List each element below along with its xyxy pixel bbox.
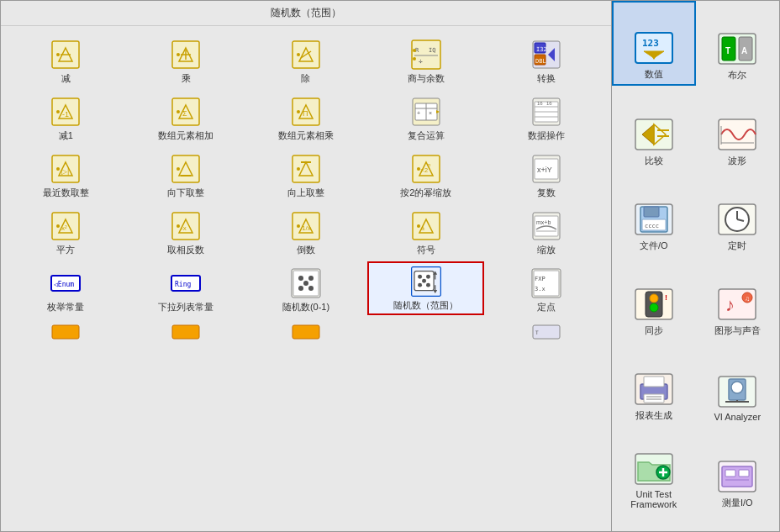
svg-rect-142 xyxy=(644,207,659,217)
svg-point-83 xyxy=(297,224,300,228)
data-manip-label: 数据操作 xyxy=(528,129,565,142)
svg-text:◁Enum: ◁Enum xyxy=(54,281,74,288)
grid-item-decrement[interactable]: -1 减1 xyxy=(8,90,124,144)
svg-rect-119 xyxy=(172,325,199,339)
category-graphics-sound[interactable]: ♪ ♫ 图形与声音 xyxy=(696,256,780,341)
grid-item-compound[interactable]: + × 复合运算 xyxy=(367,90,484,144)
svg-point-102 xyxy=(303,281,308,286)
grid-container: 减 乘 xyxy=(1,26,611,322)
random-range-icon xyxy=(410,266,442,298)
category-boolean[interactable]: T A 布尔 xyxy=(696,1,780,86)
svg-rect-161 xyxy=(644,394,664,403)
grid-item-sign[interactable]: ± 符号 xyxy=(367,204,484,258)
grid-item-scale[interactable]: mx+b 缩放 xyxy=(488,204,604,258)
svg-text:T: T xyxy=(535,329,539,335)
grid-item-random-range[interactable]: 随机数（范围） xyxy=(367,261,484,315)
category-io[interactable]: 测量I/O xyxy=(696,426,780,513)
svg-text:±: ± xyxy=(421,224,425,232)
category-file-io[interactable]: cccc 文件/O xyxy=(612,171,696,256)
timing-label: 定时 xyxy=(728,240,746,252)
svg-text:n: n xyxy=(428,162,430,167)
partial-item-2[interactable] xyxy=(128,322,245,347)
random-range-label: 随机数（范围） xyxy=(393,299,458,312)
svg-point-99 xyxy=(308,276,314,281)
grid-item-convert[interactable]: I32 DBL 转换 xyxy=(488,33,604,87)
svg-point-152 xyxy=(650,303,658,312)
category-waveform[interactable]: 波形 xyxy=(696,86,780,171)
category-timing[interactable]: 定时 xyxy=(696,171,780,256)
partial-item-1[interactable] xyxy=(8,322,124,347)
grid-item-scale2[interactable]: ×2 n 按2的幂缩放 xyxy=(367,147,484,201)
grid-item-floor[interactable]: 向下取整 xyxy=(128,147,245,201)
divide-icon xyxy=(290,39,322,71)
grid-item-square[interactable]: x² 平方 xyxy=(8,204,124,258)
grid-item-quotient[interactable]: R IQ ÷ 商与余数 xyxy=(367,33,484,87)
partial-item-5[interactable]: T xyxy=(488,322,604,347)
grid-item-random-01[interactable]: 随机数(0-1) xyxy=(248,261,365,315)
grid-item-ceil[interactable]: 向上取整 xyxy=(248,147,365,201)
svg-text:T: T xyxy=(725,46,730,55)
grid-item-round[interactable]: ▷| 最近数取整 xyxy=(8,147,124,201)
grid-item-fixed-point[interactable]: FXP 3.x 定点 xyxy=(488,261,604,315)
category-numeric[interactable]: 123 数值 xyxy=(612,1,696,86)
grid-item-dropdown-const[interactable]: Ring 下拉列表常量 xyxy=(128,261,245,315)
grid-item-array-add[interactable]: Σ 数组元素相加 xyxy=(128,90,245,144)
scale-icon: mx+b xyxy=(530,210,562,242)
svg-text:Σ: Σ xyxy=(182,109,187,118)
svg-point-37 xyxy=(297,110,300,113)
partial-item-3[interactable] xyxy=(248,322,365,347)
compare-label: 比较 xyxy=(645,155,663,167)
svg-point-151 xyxy=(650,294,658,303)
compound-label: 复合运算 xyxy=(408,129,445,142)
main-container: 随机数（范围） 减 xyxy=(0,0,780,532)
sign-label: 符号 xyxy=(417,244,435,256)
scale-label: 缩放 xyxy=(537,244,556,256)
svg-rect-137 xyxy=(719,119,756,150)
partial-item-4[interactable] xyxy=(367,322,484,347)
svg-point-18 xyxy=(413,57,416,61)
category-compare[interactable]: 比较 xyxy=(612,86,696,171)
svg-point-98 xyxy=(298,276,303,281)
svg-text:cccc: cccc xyxy=(645,223,659,229)
vi-analyzer-label: VI Analyzer xyxy=(714,412,761,422)
svg-rect-160 xyxy=(644,377,664,387)
svg-rect-176 xyxy=(739,470,749,477)
svg-point-87 xyxy=(417,224,420,228)
category-unit-test[interactable]: Unit Test Framework xyxy=(612,426,696,513)
grid-item-enum-const[interactable]: ◁Enum 枚举常量 xyxy=(8,261,124,315)
square-label: 平方 xyxy=(56,244,75,256)
category-vi-analyzer[interactable]: VI Analyzer xyxy=(696,341,780,426)
grid-item-data-manip[interactable]: 16 16 数据操作 xyxy=(488,90,604,144)
sync-label: 同步 xyxy=(645,324,663,337)
ceil-icon xyxy=(290,153,322,185)
svg-point-100 xyxy=(298,286,303,291)
svg-text:-x: -x xyxy=(181,224,187,232)
category-sync[interactable]: ! 同步 xyxy=(612,256,696,341)
svg-text:mx+b: mx+b xyxy=(536,219,551,225)
grid-item-reciprocal[interactable]: -x 取相反数 xyxy=(128,204,245,258)
grid-item-divide[interactable]: 除 xyxy=(248,33,365,87)
array-add-label: 数组元素相加 xyxy=(158,129,213,142)
grid-item-multiply[interactable]: 乘 xyxy=(128,33,245,87)
grid-item-array-multiply[interactable]: Π 数组元素相乘 xyxy=(248,90,365,144)
report-label: 报表生成 xyxy=(635,409,672,422)
svg-point-59 xyxy=(177,167,180,171)
array-multiply-label: 数组元素相乘 xyxy=(278,129,334,142)
category-report[interactable]: 报表生成 xyxy=(612,341,696,426)
svg-text:Π: Π xyxy=(303,109,308,118)
compound-icon: + × xyxy=(410,96,442,128)
svg-text:A: A xyxy=(741,46,747,55)
svg-rect-60 xyxy=(292,155,319,182)
right-panel: 123 数值 T A 布尔 xyxy=(612,0,780,532)
grid-item-complex[interactable]: x+iY 复数 xyxy=(488,147,604,201)
svg-rect-13 xyxy=(412,40,440,69)
fixed-point-label: 定点 xyxy=(537,301,556,313)
svg-rect-56 xyxy=(172,155,199,182)
grid-item-inverse[interactable]: 1/x 倒数 xyxy=(248,204,365,258)
svg-text:÷: ÷ xyxy=(419,58,423,66)
reciprocal-label: 取相反数 xyxy=(167,244,204,256)
svg-text:Ring: Ring xyxy=(175,281,191,288)
grid-item-subtract[interactable]: 减 xyxy=(8,33,124,87)
svg-text:×: × xyxy=(429,110,432,116)
left-panel: 随机数（范围） 减 xyxy=(0,0,612,532)
